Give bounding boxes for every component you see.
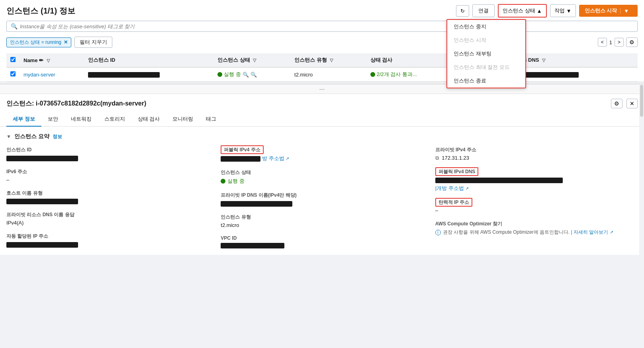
clear-filter-button[interactable]: 필터 지우기 [74,37,112,48]
tab-status-check[interactable]: 상태 검사 [131,112,166,127]
filter-tag-close-icon[interactable]: ✕ [64,39,68,45]
dropdown-item-reboot[interactable]: 인스턴스 재부팅 [447,47,525,61]
section-info-link[interactable]: 정보 [53,133,62,140]
field-label-private-dns: 프라이빗 IP DNS 이름(IPv4만 해당) [221,192,423,199]
connect-button[interactable]: 연결 [472,4,495,17]
prev-page-button[interactable]: < [598,38,607,47]
section-title: 인스턴스 요약 [14,133,49,140]
field-label-public-ipv4: 퍼블릭 IPv4 주소 [221,147,423,153]
field-value-ipv6: – [6,177,209,183]
search-icon: 🔍 [11,23,18,29]
field-value-public-ipv4: 방 주소법 ↗ [221,155,423,162]
detail-settings-button[interactable]: ⚙ [611,99,622,108]
start-instance-split: ▼ [620,8,632,14]
row-check: 2/2개 검사 통과... [366,67,455,82]
field-label-instance-type: 인스턴스 유형 [221,214,423,221]
field-label-public-dns: 퍼블릭 IPv4 DNS [435,168,638,175]
state-green-circle [221,179,225,184]
instance-id-bottom-redacted [6,156,78,161]
field-label-instance-id: 인스턴스 ID [6,147,209,153]
scrollbar-track[interactable] [639,84,644,255]
start-instance-label: 인스턴스 시작 [585,7,617,14]
start-instance-button[interactable]: 인스턴스 시작 ▼ [579,5,638,17]
public-dns-link[interactable]: |개방 주소법 ↗ [435,185,638,192]
field-value-public-dns [435,177,638,183]
tab-storage[interactable]: 스토리지 [98,112,131,127]
row-check-text: 2/2개 검사 통과... [377,71,417,78]
dropdown-item-stop[interactable]: 인스턴스 중지 [447,20,525,33]
scrollbar-thumb [640,85,643,117]
dns-sort-icon[interactable]: ▽ [542,58,545,63]
refresh-button[interactable]: ↻ [456,5,469,17]
name-edit-icon[interactable]: ✏ [39,57,43,63]
public-ipv4-redacted [221,156,260,162]
settings-icon-button[interactable]: ⚙ [626,37,638,47]
type-sort-icon[interactable]: ▽ [330,58,333,63]
public-dns-redacted [435,178,563,183]
select-all-checkbox[interactable] [6,53,20,67]
external-link-icon-1[interactable]: ↗ [286,156,289,161]
dropdown-item-terminate[interactable]: 인스턴스 종료 [447,74,525,88]
row-status-text: 실행 중 [224,71,241,78]
row-type: t2.micro [290,67,366,82]
tab-tags[interactable]: 태그 [200,112,223,127]
action-arrow-icon: ▼ [566,8,572,14]
tab-detail[interactable]: 세부 정보 [6,112,41,127]
zoom-icon-1[interactable]: 🔍 [243,72,249,78]
optimizer-label: AWS Compute Optimizer 찾기 [435,221,638,227]
field-label-hostname: 호스트 이름 유형 [6,190,209,197]
field-label-auto-ip: 자동 할당된 IP 주소 [6,233,209,240]
optimizer-info-text: i 권장 사항을 위해 AWS Compute Optimizer에 옵트인합니… [435,229,638,236]
row-status: 실행 중 🔍 🔍 [213,67,290,82]
dropdown-item-hibernate: 인스턴스 최대 절전 모드 [447,61,525,74]
field-label-ipv6: IPv6 주소 [6,168,209,175]
resize-handle[interactable]: — [0,84,644,94]
zoom-icon-2[interactable]: 🔍 [251,72,257,78]
table-row: mydan-server 실행 중 🔍 🔍 t2.micro [6,67,638,82]
instance-count: (1/1) [41,6,57,16]
field-value-auto-ip [6,241,209,248]
tab-monitoring[interactable]: 모니터링 [166,112,200,127]
detail-title: 인스턴스: i-073657c8182d2892c(mydan-server) [6,100,146,108]
action-button[interactable]: 작업 ▼ [550,4,576,17]
field-value-instance-state: 실행 중 [221,178,423,185]
field-value-private-ipv4: ⧉ 172.31.1.23 [435,155,638,161]
vpc-id-redacted [221,243,284,248]
instance-state-button[interactable]: 인스턴스 상태 ▲ [498,4,547,18]
external-link-icon-3[interactable]: ↗ [610,230,613,235]
detail-close-button[interactable]: ✕ [626,99,638,108]
next-page-button[interactable]: > [615,38,624,47]
search-input[interactable] [20,23,259,29]
filter-tag-running: 인스턴스 상태 = running ✕ [6,37,71,47]
status-circle-icon [217,72,222,77]
row-checkbox[interactable] [6,67,20,82]
copy-icon-private[interactable]: ⧉ [435,155,439,161]
instance-state-dropdown: 인스턴스 중지 인스턴스 시작 인스턴스 재부팅 인스턴스 최대 절전 모드 인… [446,19,526,88]
field-label-vpc-id: VPC ID [221,235,423,241]
private-dns-redacted [221,201,292,207]
auto-ip-redacted [6,242,78,248]
tab-networking[interactable]: 네트워킹 [65,112,98,127]
instance-state-sort-icon: ▲ [537,8,542,14]
field-label-private-ipv4: 프라이빗 IPv4 주소 [435,147,638,153]
name-sort-icon[interactable]: ▽ [47,58,50,63]
field-label-instance-state: 인스턴스 상태 [221,169,423,176]
field-value-hostname [6,198,209,205]
dropdown-item-start: 인스턴스 시작 [447,33,525,47]
public-ipv4-link[interactable]: 방 주소법 [262,155,284,161]
filter-tag-text: 인스턴스 상태 = running [10,39,61,46]
info-link[interactable]: 정보 [59,6,75,16]
field-label-elastic-ip: 탄력적 IP 주소 [435,199,638,206]
col-status-check: 상태 검사 [366,53,455,67]
optimizer-link[interactable]: 자세히 알아보기 [574,229,608,235]
check-circle-icon [370,72,375,77]
section-toggle-icon[interactable]: ▼ [6,134,11,139]
col-instance-type: 인스턴스 유형 ▽ [290,53,366,67]
tab-security[interactable]: 보안 [41,112,65,127]
col-instance-state: 인스턴스 상태 ▽ [213,53,290,67]
instance-state-label: 인스턴스 상태 [503,7,535,14]
state-running-text: 실행 중 [227,178,245,185]
external-link-icon-2[interactable]: ↗ [465,186,469,191]
state-sort-icon[interactable]: ▽ [253,58,256,63]
row-name[interactable]: mydan-server [20,67,84,82]
